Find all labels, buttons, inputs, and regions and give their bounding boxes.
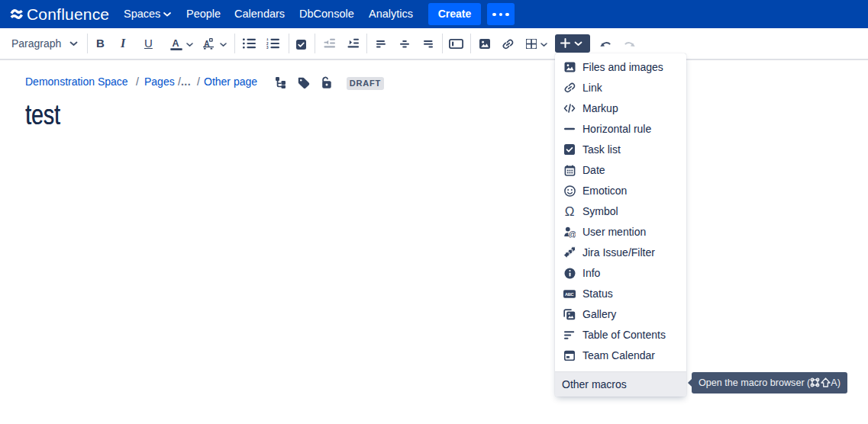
svg-text:3: 3 — [266, 46, 269, 49]
svg-text:@: @ — [569, 230, 576, 238]
svg-text:A: A — [204, 40, 209, 48]
svg-text:ABC: ABC — [565, 291, 574, 296]
svg-text:A: A — [173, 39, 179, 49]
